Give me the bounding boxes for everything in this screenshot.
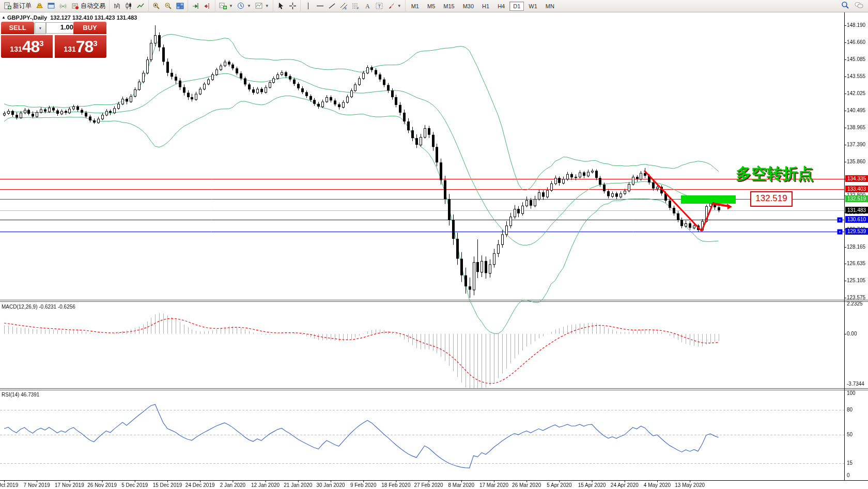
- timeframe-button-m5[interactable]: M5: [424, 2, 439, 11]
- toolbar-group: [273, 0, 301, 12]
- chart-shift-button[interactable]: [202, 1, 213, 11]
- time-tick-label: 7 Nov 2019: [24, 482, 50, 488]
- symbol-period-label: GBPJPY-,Daily: [7, 14, 47, 21]
- chevron-down-icon: ▼: [265, 4, 269, 8]
- svg-text:E: E: [345, 7, 347, 10]
- time-tick-label: 13 May 2020: [675, 482, 705, 488]
- hline-button[interactable]: [314, 1, 326, 11]
- channel-icon: E: [340, 2, 348, 10]
- zoom-in-button[interactable]: [150, 1, 162, 11]
- channel-button[interactable]: E: [338, 1, 350, 11]
- vline-icon: [304, 2, 312, 10]
- tile-windows-button[interactable]: [174, 1, 186, 11]
- candle-chart-button[interactable]: [123, 1, 135, 11]
- toolbar-button-label: 自动交易: [81, 2, 105, 10]
- zoom-in-icon: [152, 2, 160, 10]
- time-tick-label: 2 Jan 2020: [220, 482, 246, 488]
- time-tick-label: 9 Feb 2020: [350, 482, 377, 488]
- cursor-button[interactable]: [275, 1, 287, 11]
- price-tick-label: 126.635: [847, 261, 865, 267]
- periods-button[interactable]: ▼: [235, 1, 253, 11]
- turning-point-annotation[interactable]: 多空转折点: [736, 163, 813, 185]
- fibo-icon: F: [352, 2, 360, 10]
- vline-button[interactable]: [302, 1, 314, 11]
- time-tick-label: 21 Jan 2020: [284, 482, 312, 488]
- line-chart-button[interactable]: [135, 1, 147, 11]
- fibonacci-button[interactable]: F: [350, 1, 362, 11]
- hline-icon: [316, 2, 324, 10]
- chart-canvas[interactable]: [0, 0, 868, 489]
- toolbar-button-label: 新订单: [13, 2, 32, 10]
- time-tick-label: 8 Mar 2020: [448, 482, 475, 488]
- svg-text:A: A: [365, 3, 370, 10]
- time-tick-label: 17 Nov 2019: [55, 482, 84, 488]
- buy-button[interactable]: BUY: [73, 22, 106, 34]
- price-tick-label: 140.495: [847, 108, 865, 114]
- hline-price-label: 133.403: [845, 186, 868, 192]
- timeframe-button-m30[interactable]: M30: [459, 2, 477, 11]
- price-level-box[interactable]: 132.519: [750, 191, 793, 207]
- svg-text:T: T: [378, 4, 381, 9]
- hline-price-label: 129.539: [845, 228, 868, 235]
- chat-icon[interactable]: [855, 2, 864, 11]
- price-tick-label: 123.575: [847, 295, 865, 301]
- line-icon: [137, 2, 145, 10]
- trendline-button[interactable]: [326, 1, 338, 11]
- timeframe-button-m1[interactable]: M1: [408, 2, 423, 11]
- sell-price-button[interactable]: 131483: [1, 35, 53, 58]
- lot-size-input[interactable]: 1.00: [46, 22, 76, 34]
- arrows-button[interactable]: ▼: [385, 1, 404, 11]
- oneclick-collapse-arrow[interactable]: ▲: [2, 15, 6, 20]
- ea-icon: [71, 2, 79, 10]
- zoom-out-button[interactable]: [162, 1, 174, 11]
- hline-price-label: 132.519: [845, 195, 868, 202]
- buy-price-big: 78: [76, 37, 94, 56]
- macd-tick-label: 0.00: [847, 331, 857, 337]
- indicators-button[interactable]: ▼: [217, 1, 235, 11]
- ohlc-values: 132.127 132.410 131.423 131.483: [50, 14, 137, 21]
- autotrading-button[interactable]: 自动交易: [69, 1, 107, 11]
- signal-button[interactable]: [57, 1, 69, 11]
- rsi-tick-label: 15: [847, 460, 853, 466]
- tiles-icon: [176, 2, 184, 10]
- new-order-button[interactable]: 新订单: [2, 1, 34, 11]
- template-icon: [255, 2, 263, 10]
- sell-button[interactable]: SELL: [1, 22, 34, 34]
- time-tick-label: 4 May 2020: [644, 482, 671, 488]
- current-price-label: 131.483: [845, 207, 868, 213]
- lot-decrease-button[interactable]: ▼: [35, 22, 46, 34]
- terminal-button[interactable]: [45, 1, 57, 11]
- zoom-out-icon: [164, 2, 172, 10]
- timeframe-button-mn[interactable]: MN: [542, 2, 558, 11]
- buy-price-button[interactable]: 131783: [55, 35, 106, 58]
- timeframe-button-m15[interactable]: M15: [440, 2, 458, 11]
- label-button[interactable]: T: [374, 1, 385, 11]
- gold-icon: [36, 2, 43, 10]
- sell-price-big: 48: [22, 37, 40, 56]
- svg-text:F: F: [357, 7, 359, 10]
- timeframe-button-h4[interactable]: H4: [494, 2, 508, 11]
- price-tick-label: 138.965: [847, 125, 865, 131]
- hline-price-label: 130.610: [845, 216, 868, 223]
- crosshair-button[interactable]: [287, 1, 299, 11]
- gold-button[interactable]: [34, 1, 45, 11]
- timeframe-button-w1[interactable]: W1: [525, 2, 541, 11]
- search-icon[interactable]: [841, 1, 849, 11]
- bar-chart-button[interactable]: [111, 1, 123, 11]
- time-tick-label: 30 Jan 2020: [316, 482, 345, 488]
- chart-title: GBPJPY-,Daily 132.127 132.410 131.423 13…: [7, 14, 137, 21]
- text-button[interactable]: A: [362, 1, 374, 11]
- crosshair-icon: [289, 2, 297, 10]
- time-tick-label: 24 Dec 2019: [185, 482, 215, 488]
- time-tick-label: 12 Jan 2020: [251, 482, 280, 488]
- templates-button[interactable]: ▼: [253, 1, 271, 11]
- timeframe-button-d1[interactable]: D1: [509, 2, 524, 11]
- arrows-icon: [388, 2, 395, 10]
- buy-price-sup: 3: [93, 39, 97, 48]
- time-tick-label: 5 Dec 2019: [121, 482, 148, 488]
- auto-scroll-button[interactable]: [190, 1, 202, 11]
- clock-icon: [237, 2, 245, 10]
- chevron-down-icon: ▼: [229, 4, 233, 8]
- macd-label: MACD(12,26,9) -0.6231 -0.6256: [2, 304, 75, 310]
- timeframe-button-h1[interactable]: H1: [478, 2, 493, 11]
